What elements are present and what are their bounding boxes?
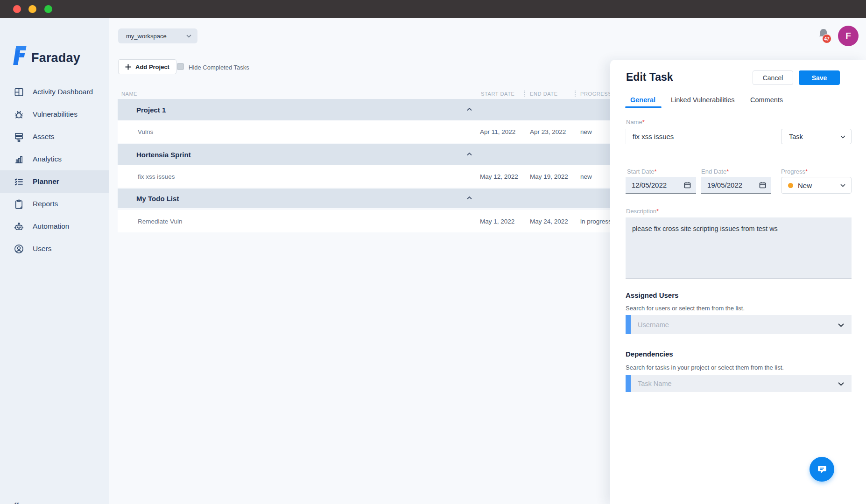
bug-icon [13, 109, 24, 120]
task-row[interactable]: fix xss issues May 12, 2022 May 19, 2022… [118, 165, 620, 188]
notification-count-badge: 47 [822, 34, 831, 43]
users-icon [13, 243, 24, 254]
sidebar-item-assets[interactable]: Assets [0, 126, 109, 148]
calendar-icon[interactable] [684, 182, 691, 189]
sidebar-item-activity-dashboard[interactable]: Activity Dashboard [0, 81, 109, 103]
collapse-caret-icon[interactable] [467, 196, 472, 200]
sidebar-item-planner[interactable]: Planner [0, 170, 109, 193]
sidebar-collapse-button[interactable]: « [14, 498, 19, 504]
end-date-input[interactable]: 19/05/2022 [701, 177, 771, 194]
window-titlebar [0, 0, 866, 18]
user-avatar[interactable]: F [838, 26, 859, 46]
column-header-end-date: END DATE [530, 91, 558, 97]
column-header-start-date: START DATE [481, 91, 514, 97]
task-end-date: May 19, 2022 [530, 173, 568, 180]
column-separator [524, 91, 525, 97]
task-end-date: Apr 23, 2022 [530, 128, 566, 135]
maximize-window-button[interactable] [44, 5, 52, 13]
progress-value: New [798, 182, 812, 189]
task-row[interactable]: Remediate Vuln May 1, 2022 May 24, 2022 … [118, 210, 620, 232]
calendar-icon[interactable] [759, 182, 766, 189]
start-date-input[interactable]: 12/05/2022 [626, 177, 696, 194]
dependencies-helper: Search for tasks in your project or sele… [626, 364, 784, 371]
task-type-value: Task [789, 133, 803, 140]
group-name: My Todo List [136, 195, 179, 203]
sidebar-item-analytics[interactable]: Analytics [0, 148, 109, 170]
chevron-down-icon [838, 382, 844, 386]
progress-select[interactable]: New [781, 177, 852, 194]
dependencies-select[interactable]: Task Name [626, 375, 852, 392]
add-project-label: Add Project [135, 63, 169, 70]
analytics-icon [13, 154, 24, 165]
faraday-app: Faraday Activity Dashboard Vulnerabiliti… [0, 0, 866, 504]
column-separator [575, 91, 576, 97]
tab-general[interactable]: General [630, 96, 655, 104]
dashboard-icon [13, 86, 24, 98]
sidebar-item-label: Automation [33, 222, 69, 231]
project-group-row[interactable]: Project 1 [118, 99, 620, 120]
task-type-select[interactable]: Task [781, 129, 852, 144]
task-name: Remediate Vuln [138, 218, 183, 225]
sidebar-item-label: Assets [33, 133, 55, 141]
sidebar-item-label: Vulnerabilities [33, 110, 77, 119]
sidebar-item-users[interactable]: Users [0, 238, 109, 260]
assigned-users-heading: Assigned Users [626, 291, 678, 299]
task-progress: in progress [580, 218, 612, 225]
hide-completed-label: Hide Completed Tasks [189, 64, 249, 71]
task-start-date: May 12, 2022 [480, 173, 518, 180]
description-textarea[interactable]: please fix cross site scripting issues f… [626, 217, 852, 279]
cancel-button[interactable]: Cancel [753, 70, 793, 85]
chevron-down-icon [840, 184, 845, 187]
start-date-value: 12/05/2022 [632, 181, 667, 189]
sidebar-item-reports[interactable]: Reports [0, 193, 109, 215]
group-name: Hortensia Sprint [136, 151, 191, 159]
column-header-name: NAME [121, 91, 137, 97]
status-new-dot [788, 183, 793, 188]
description-label: Description* [626, 208, 659, 215]
workspace-selector[interactable]: my_workspace [118, 28, 197, 43]
task-end-date: May 24, 2022 [530, 218, 568, 225]
hide-completed-checkbox[interactable] [177, 63, 184, 70]
save-button[interactable]: Save [799, 70, 840, 85]
task-row[interactable]: Vulns Apr 11, 2022 Apr 23, 2022 new [118, 120, 620, 143]
task-name-input[interactable] [626, 129, 771, 144]
task-progress: new [580, 128, 592, 135]
combo-accent-bar [626, 315, 631, 334]
assets-icon [13, 131, 24, 142]
tab-comments[interactable]: Comments [750, 96, 783, 104]
sidebar-item-vulnerabilities[interactable]: Vulnerabilities [0, 103, 109, 126]
close-window-button[interactable] [13, 5, 21, 13]
collapse-caret-icon[interactable] [467, 153, 472, 156]
add-project-button[interactable]: Add Project [118, 59, 176, 74]
sidebar-item-automation[interactable]: Automation [0, 215, 109, 238]
workspace-selector-value: my_workspace [126, 33, 167, 40]
chevron-down-icon [186, 35, 191, 38]
end-date-label: End Date* [701, 168, 729, 175]
brand-name: Faraday [31, 51, 80, 65]
sidebar-item-label: Users [33, 245, 51, 253]
faraday-logo-icon [13, 45, 28, 66]
minimize-window-button[interactable] [28, 5, 36, 13]
chevron-down-icon [838, 323, 844, 327]
plus-icon [125, 64, 131, 70]
project-group-row[interactable]: Hortensia Sprint [118, 144, 620, 165]
project-group-row[interactable]: My Todo List [118, 189, 620, 208]
active-tab-indicator [625, 106, 662, 108]
assigned-users-select[interactable]: Username [626, 315, 852, 334]
dependencies-placeholder: Task Name [638, 380, 672, 387]
dependencies-heading: Dependencies [626, 350, 673, 358]
automation-icon [13, 221, 24, 232]
start-date-label: Start Date* [627, 168, 657, 175]
chat-fab-button[interactable] [810, 457, 834, 482]
tab-linked-vulnerabilities[interactable]: Linked Vulnerabilities [671, 96, 735, 104]
progress-label: Progress* [781, 168, 808, 175]
sidebar-item-label: Planner [33, 177, 59, 186]
chat-bubble-icon [817, 464, 828, 475]
sidebar-item-label: Activity Dashboard [33, 88, 93, 96]
collapse-caret-icon[interactable] [467, 108, 472, 111]
combo-accent-bar [626, 375, 631, 392]
group-name: Project 1 [136, 106, 166, 114]
sidebar: Faraday Activity Dashboard Vulnerabiliti… [0, 18, 109, 504]
panel-title: Edit Task [626, 71, 673, 84]
planner-icon [13, 176, 24, 187]
